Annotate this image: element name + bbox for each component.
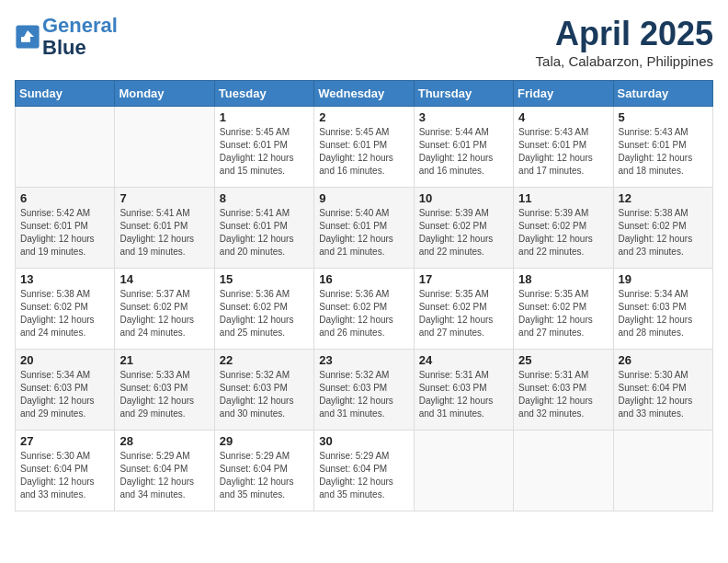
day-number: 8	[220, 191, 309, 205]
calendar-week-5: 27Sunrise: 5:30 AM Sunset: 6:04 PM Dayli…	[16, 431, 713, 511]
calendar-week-3: 13Sunrise: 5:38 AM Sunset: 6:02 PM Dayli…	[16, 269, 713, 350]
logo: General Blue	[15, 15, 118, 59]
day-number: 13	[20, 272, 109, 286]
day-info: Sunrise: 5:29 AM Sunset: 6:04 PM Dayligh…	[119, 450, 209, 501]
day-number: 30	[319, 434, 408, 448]
calendar-day-25: 25Sunrise: 5:31 AM Sunset: 6:03 PM Dayli…	[514, 350, 613, 431]
weekday-wednesday: Wednesday	[314, 81, 414, 107]
calendar-day-19: 19Sunrise: 5:34 AM Sunset: 6:03 PM Dayli…	[613, 269, 712, 350]
day-info: Sunrise: 5:45 AM Sunset: 6:01 PM Dayligh…	[220, 126, 309, 178]
calendar-week-2: 6Sunrise: 5:42 AM Sunset: 6:01 PM Daylig…	[16, 188, 713, 269]
calendar-day-15: 15Sunrise: 5:36 AM Sunset: 6:02 PM Dayli…	[214, 269, 313, 350]
day-number: 26	[619, 353, 708, 367]
calendar-day-8: 8Sunrise: 5:41 AM Sunset: 6:01 PM Daylig…	[214, 188, 313, 269]
calendar-day-1: 1Sunrise: 5:45 AM Sunset: 6:01 PM Daylig…	[214, 107, 313, 188]
day-info: Sunrise: 5:35 AM Sunset: 6:02 PM Dayligh…	[518, 288, 608, 339]
day-info: Sunrise: 5:32 AM Sunset: 6:03 PM Dayligh…	[220, 369, 309, 420]
weekday-thursday: Thursday	[414, 81, 513, 107]
weekday-tuesday: Tuesday	[214, 81, 313, 107]
day-info: Sunrise: 5:40 AM Sunset: 6:01 PM Dayligh…	[319, 207, 408, 259]
day-number: 1	[220, 110, 309, 124]
logo-text: General Blue	[42, 15, 118, 59]
day-number: 21	[119, 353, 209, 367]
day-info: Sunrise: 5:38 AM Sunset: 6:02 PM Dayligh…	[619, 207, 708, 259]
day-info: Sunrise: 5:36 AM Sunset: 6:02 PM Dayligh…	[220, 288, 309, 339]
day-number: 24	[419, 353, 508, 367]
day-number: 22	[220, 353, 309, 367]
calendar-day-12: 12Sunrise: 5:38 AM Sunset: 6:02 PM Dayli…	[613, 188, 712, 269]
page-header: General Blue April 2025 Tala, Calabarzon…	[15, 15, 713, 69]
calendar-day-22: 22Sunrise: 5:32 AM Sunset: 6:03 PM Dayli…	[214, 350, 313, 431]
day-info: Sunrise: 5:41 AM Sunset: 6:01 PM Dayligh…	[220, 207, 309, 259]
calendar-day-26: 26Sunrise: 5:30 AM Sunset: 6:04 PM Dayli…	[613, 350, 712, 431]
day-number: 9	[319, 191, 408, 205]
day-number: 4	[518, 110, 608, 124]
calendar-day-17: 17Sunrise: 5:35 AM Sunset: 6:02 PM Dayli…	[414, 269, 513, 350]
day-info: Sunrise: 5:31 AM Sunset: 6:03 PM Dayligh…	[518, 369, 608, 420]
day-number: 29	[220, 434, 309, 448]
day-number: 20	[20, 353, 109, 367]
calendar-day-4: 4Sunrise: 5:43 AM Sunset: 6:01 PM Daylig…	[514, 107, 613, 188]
day-info: Sunrise: 5:29 AM Sunset: 6:04 PM Dayligh…	[220, 450, 309, 501]
day-info: Sunrise: 5:30 AM Sunset: 6:04 PM Dayligh…	[20, 450, 109, 501]
day-number: 15	[220, 272, 309, 286]
calendar-day-20: 20Sunrise: 5:34 AM Sunset: 6:03 PM Dayli…	[16, 350, 115, 431]
calendar-day-11: 11Sunrise: 5:39 AM Sunset: 6:02 PM Dayli…	[514, 188, 613, 269]
day-info: Sunrise: 5:31 AM Sunset: 6:03 PM Dayligh…	[419, 369, 508, 420]
day-number: 17	[419, 272, 508, 286]
empty-cell	[613, 431, 712, 511]
calendar-day-16: 16Sunrise: 5:36 AM Sunset: 6:02 PM Dayli…	[314, 269, 414, 350]
day-number: 25	[518, 353, 608, 367]
day-number: 10	[419, 191, 508, 205]
day-info: Sunrise: 5:34 AM Sunset: 6:03 PM Dayligh…	[619, 288, 708, 339]
calendar-day-10: 10Sunrise: 5:39 AM Sunset: 6:02 PM Dayli…	[414, 188, 513, 269]
calendar-day-27: 27Sunrise: 5:30 AM Sunset: 6:04 PM Dayli…	[16, 431, 115, 511]
calendar-day-2: 2Sunrise: 5:45 AM Sunset: 6:01 PM Daylig…	[314, 107, 414, 188]
calendar-week-1: 1Sunrise: 5:45 AM Sunset: 6:01 PM Daylig…	[16, 107, 713, 188]
day-info: Sunrise: 5:42 AM Sunset: 6:01 PM Dayligh…	[20, 207, 109, 259]
day-number: 19	[619, 272, 708, 286]
calendar-day-21: 21Sunrise: 5:33 AM Sunset: 6:03 PM Dayli…	[115, 350, 214, 431]
day-number: 7	[119, 191, 209, 205]
weekday-header-row: SundayMondayTuesdayWednesdayThursdayFrid…	[16, 81, 713, 107]
calendar-day-5: 5Sunrise: 5:43 AM Sunset: 6:01 PM Daylig…	[613, 107, 712, 188]
day-info: Sunrise: 5:44 AM Sunset: 6:01 PM Dayligh…	[419, 126, 508, 178]
calendar-day-7: 7Sunrise: 5:41 AM Sunset: 6:01 PM Daylig…	[115, 188, 214, 269]
calendar-day-28: 28Sunrise: 5:29 AM Sunset: 6:04 PM Dayli…	[115, 431, 214, 511]
weekday-saturday: Saturday	[613, 81, 712, 107]
calendar-day-24: 24Sunrise: 5:31 AM Sunset: 6:03 PM Dayli…	[414, 350, 513, 431]
day-number: 18	[518, 272, 608, 286]
day-info: Sunrise: 5:36 AM Sunset: 6:02 PM Dayligh…	[319, 288, 408, 339]
empty-cell	[115, 107, 214, 188]
day-number: 5	[619, 110, 708, 124]
day-number: 27	[20, 434, 109, 448]
empty-cell	[514, 431, 613, 511]
day-number: 14	[119, 272, 209, 286]
day-info: Sunrise: 5:41 AM Sunset: 6:01 PM Dayligh…	[119, 207, 209, 259]
calendar-table: SundayMondayTuesdayWednesdayThursdayFrid…	[15, 80, 713, 511]
weekday-monday: Monday	[115, 81, 214, 107]
svg-rect-2	[21, 37, 30, 42]
day-number: 23	[319, 353, 408, 367]
day-info: Sunrise: 5:35 AM Sunset: 6:02 PM Dayligh…	[419, 288, 508, 339]
calendar-week-4: 20Sunrise: 5:34 AM Sunset: 6:03 PM Dayli…	[16, 350, 713, 431]
day-info: Sunrise: 5:43 AM Sunset: 6:01 PM Dayligh…	[518, 126, 608, 178]
day-info: Sunrise: 5:38 AM Sunset: 6:02 PM Dayligh…	[20, 288, 109, 339]
day-info: Sunrise: 5:45 AM Sunset: 6:01 PM Dayligh…	[319, 126, 408, 178]
day-number: 12	[619, 191, 708, 205]
day-number: 28	[119, 434, 209, 448]
empty-cell	[16, 107, 115, 188]
day-number: 3	[419, 110, 508, 124]
day-info: Sunrise: 5:37 AM Sunset: 6:02 PM Dayligh…	[119, 288, 209, 339]
day-number: 16	[319, 272, 408, 286]
calendar-day-13: 13Sunrise: 5:38 AM Sunset: 6:02 PM Dayli…	[16, 269, 115, 350]
weekday-sunday: Sunday	[16, 81, 115, 107]
day-info: Sunrise: 5:43 AM Sunset: 6:01 PM Dayligh…	[619, 126, 708, 178]
calendar-day-23: 23Sunrise: 5:32 AM Sunset: 6:03 PM Dayli…	[314, 350, 414, 431]
calendar-day-18: 18Sunrise: 5:35 AM Sunset: 6:02 PM Dayli…	[514, 269, 613, 350]
day-number: 2	[319, 110, 408, 124]
weekday-friday: Friday	[514, 81, 613, 107]
day-number: 6	[20, 191, 109, 205]
calendar-day-3: 3Sunrise: 5:44 AM Sunset: 6:01 PM Daylig…	[414, 107, 513, 188]
day-info: Sunrise: 5:30 AM Sunset: 6:04 PM Dayligh…	[619, 369, 708, 420]
